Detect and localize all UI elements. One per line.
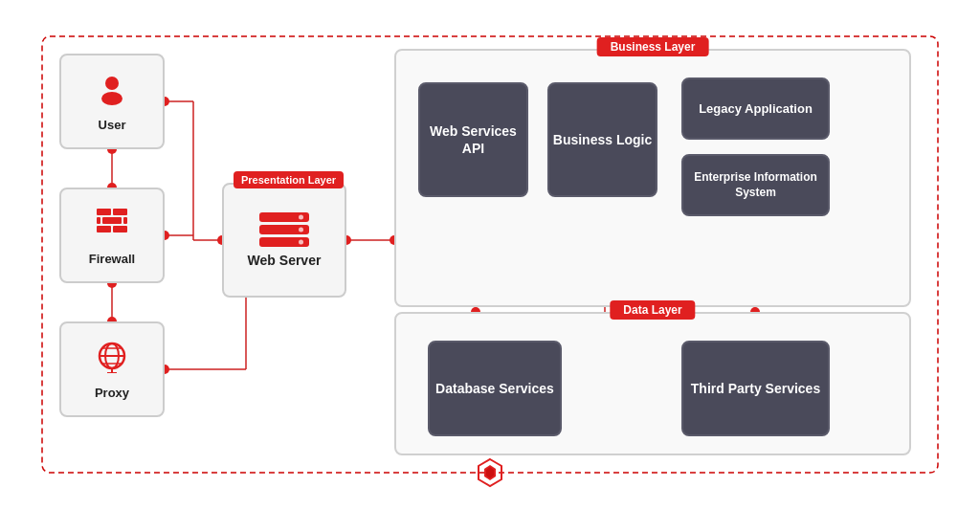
legacy-label: Legacy Application [699,101,813,116]
user-label: User [99,118,126,132]
thirdparty-label: Third Party Services [691,380,820,397]
svg-rect-27 [113,226,127,232]
node-proxy: Proxy [59,321,165,417]
node-user: User [59,54,165,149]
data-layer-badge: Data Layer [610,300,695,320]
server-icon [259,212,309,247]
svg-rect-26 [97,226,111,232]
node-database: Database Services [428,341,562,436]
proxy-label: Proxy [95,386,129,400]
svg-rect-21 [97,209,111,215]
svg-point-20 [101,92,122,105]
eis-label: Enterprise Information System [683,170,828,200]
business-layer-badge: Business Layer [597,37,709,56]
webservices-label: Web Services API [420,122,526,157]
bottom-logo [475,457,505,494]
database-label: Database Services [435,380,554,397]
svg-rect-25 [123,217,127,224]
presentation-layer-badge: Presentation Layer [234,171,344,188]
user-icon [95,71,129,112]
svg-rect-24 [97,217,100,224]
svg-point-19 [105,77,119,90]
firewall-label: Firewall [89,252,135,266]
svg-rect-22 [113,209,127,215]
node-webserver: Presentation Layer Web Server [222,183,346,298]
diagram-container: User Firewall [21,15,959,494]
node-bizlogic: Business Logic [547,82,657,197]
firewall-icon [95,205,129,246]
node-firewall: Firewall [59,188,165,283]
node-legacy: Legacy Application [681,77,830,140]
proxy-icon [95,339,129,380]
node-thirdparty: Third Party Services [681,341,830,436]
webserver-label: Web Server [248,253,322,268]
node-eis: Enterprise Information System [681,154,830,216]
node-webservices: Web Services API [418,82,528,197]
bizlogic-label: Business Logic [553,131,652,148]
svg-rect-23 [102,217,122,224]
